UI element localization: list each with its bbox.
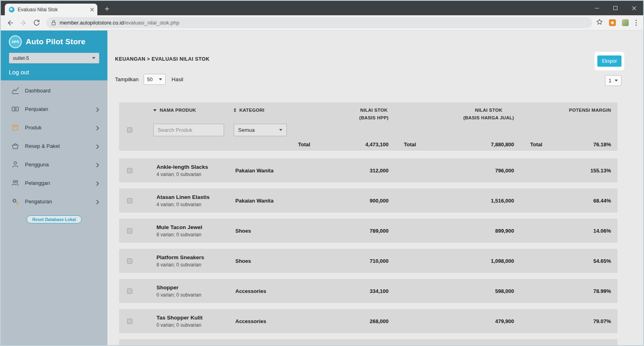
product-name: Ankle-length Slacks [153,164,234,170]
tab-close-icon[interactable] [90,8,94,12]
stock-hpp-value: 710,000 [294,258,389,264]
back-icon[interactable] [5,18,15,28]
total-label: Total [530,141,542,147]
url-text: member.autopilotstore.co.id/evaluasi_nil… [60,20,179,26]
stock-value-table: NAMA PRODUK KATEGORI NILAI STOK (BASIS H… [119,102,617,345]
sales-icon [11,105,19,113]
sidebar-item-resep-paket[interactable]: Resep & Paket [1,137,107,155]
stock-hpp-value: 900,000 [294,198,389,204]
browser-navbar: member.autopilotstore.co.id/evaluasi_nil… [1,15,643,31]
sort-icon[interactable] [234,108,236,112]
stock-hpp-value: 334,100 [294,288,389,294]
stock-jual-value: 598,000 [389,288,514,294]
extension-icon-green[interactable] [622,19,629,26]
total-stock-hpp: 4,473,100 [365,141,389,147]
sidebar-item-pengaturan[interactable]: Pengaturan [1,192,107,211]
outlet-selector[interactable]: outlet-5 [9,53,99,63]
stock-jual-value: 479,900 [389,318,514,324]
product-box-icon [11,123,19,131]
sidebar-menu: Dashboard Penjualan Produk [1,80,107,223]
forward-icon[interactable] [18,18,29,28]
sidebar-item-dashboard[interactable]: Dashboard [1,81,107,100]
product-variants: 4 varian; 0 subvarian [153,202,234,207]
product-search-input[interactable] [153,124,224,136]
sidebar-item-penjualan[interactable]: Penjualan [1,100,107,118]
sidebar: APS Auto Pilot Store outlet-5 Log out Da… [1,31,107,345]
refresh-icon[interactable] [31,18,42,28]
row-checkbox[interactable] [127,258,132,264]
table-row[interactable]: Tas Shopper Kulit 0 varian; 0 subvarian … [119,309,617,333]
row-checkbox[interactable] [127,168,132,173]
address-bar[interactable]: member.autopilotstore.co.id/evaluasi_nil… [46,17,592,28]
chevron-right-icon [96,180,99,188]
close-button[interactable] [625,1,643,15]
browser-window: Evaluasi Nilai Stok member.au [0,0,644,346]
category-filter-select[interactable]: Semua [234,124,287,136]
stock-hpp-value: 268,000 [294,318,389,324]
product-category: Accessories [234,318,294,324]
product-name: Platform Sneakers [153,254,234,260]
product-category: Pakaian Wanita [234,198,294,204]
table-row[interactable]: Mule Tacon Jewel 8 varian; 0 subvarian S… [119,219,617,243]
margin-value: 155.13% [514,168,617,174]
results-label: Hasil [172,76,183,82]
product-variants: 8 varian; 0 subvarian [153,262,234,268]
extension-icon-orange[interactable] [609,19,616,26]
minimize-button[interactable] [588,1,606,15]
bookmark-star-icon[interactable] [596,18,603,27]
row-checkbox[interactable] [127,198,132,203]
site-favicon [9,7,14,12]
export-button[interactable]: Ekspor [597,55,621,67]
chevron-down-icon [615,80,618,82]
row-checkbox[interactable] [127,289,132,294]
col-product-label[interactable]: NAMA PRODUK [160,107,196,113]
table-row[interactable]: Shopper 0 varian; 0 subvarian Accessorie… [119,279,617,303]
table-row[interactable]: Ankle-length Slacks 4 varian; 0 subvaria… [119,158,617,182]
col-stock-hpp-label: NILAI STOK (BASIS HPP) [359,107,389,121]
browser-tab[interactable]: Evaluasi Nilai Stok [5,4,97,15]
sidebar-item-pengguna[interactable]: Pengguna [1,155,107,174]
gear-icon [11,197,19,205]
show-label: Tampilkan [115,76,139,82]
chevron-right-icon [96,199,99,206]
col-category-label[interactable]: KATEGORI [239,107,264,113]
sidebar-item-produk[interactable]: Produk [1,118,107,137]
lock-icon [51,20,56,26]
product-category: Accessories [234,288,294,294]
totals-row: Total 4,473,100 Total 7,880,800 Total 76… [119,138,617,151]
browser-menu-icon[interactable] [635,19,638,27]
sidebar-item-pelanggan[interactable]: Pelanggan [1,174,107,192]
row-checkbox[interactable] [127,228,132,233]
product-category: Shoes [234,228,294,234]
margin-value: 54.65% [514,258,617,264]
product-category: Shoes [234,258,294,264]
tab-title: Evaluasi Nilai Stok [18,7,87,12]
col-margin-label: POTENSI MARGIN [569,108,611,113]
page-select[interactable]: 1 [605,75,621,86]
total-margin: 76.18% [593,141,611,147]
page-size-row: Tampilkan 50 Hasil [115,74,643,85]
brand-name: Auto Pilot Store [26,37,85,46]
row-checkbox[interactable] [127,319,132,324]
maximize-button[interactable] [606,1,625,15]
logout-link[interactable]: Log out [9,69,99,76]
page-size-select[interactable]: 50 [144,74,166,85]
window-controls [588,1,643,15]
stock-hpp-value: 789,000 [294,228,389,234]
outlet-value: outlet-5 [13,55,29,61]
select-all-checkbox[interactable] [127,127,132,133]
table-row[interactable]: Platform Sneakers 8 varian; 0 subvarian … [119,249,617,273]
product-name: Mule Tacon Jewel [153,224,234,230]
new-tab-button[interactable] [101,3,113,14]
table-header: NAMA PRODUK KATEGORI NILAI STOK (BASIS H… [119,102,617,151]
chevron-down-icon [279,129,282,131]
margin-value: 68.44% [514,198,617,204]
total-label: Total [298,141,310,147]
sort-desc-icon[interactable] [153,109,156,111]
reset-database-button[interactable]: Reset Database Lokal [27,215,82,223]
table-row[interactable]: Atasan Linen Elastis 4 varian; 0 subvari… [119,188,617,213]
stock-jual-value: 1,098,000 [389,258,514,264]
export-highlight: Ekspor [595,52,624,70]
customers-icon [11,179,19,187]
user-icon [11,160,19,168]
